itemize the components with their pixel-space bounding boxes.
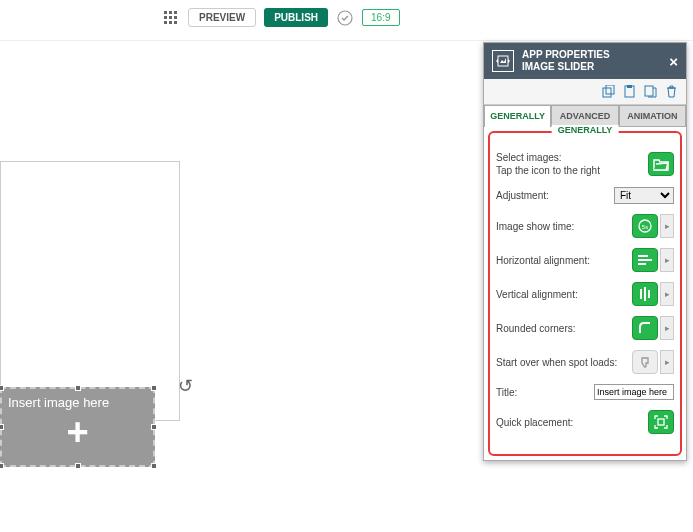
resize-handle-mr[interactable] <box>151 424 157 430</box>
rounded-corners-expand[interactable]: ▸ <box>660 316 674 340</box>
image-show-time-label: Image show time: <box>496 220 632 233</box>
tab-generally[interactable]: GENERALLY <box>484 105 551 127</box>
vertical-alignment-button[interactable] <box>632 282 658 306</box>
resize-handle-tl[interactable] <box>0 385 4 391</box>
close-icon[interactable]: × <box>669 53 678 70</box>
svg-rect-0 <box>164 11 167 14</box>
vertical-alignment-label: Vertical alignment: <box>496 288 632 301</box>
svg-rect-3 <box>164 16 167 19</box>
svg-rect-21 <box>640 289 642 299</box>
tab-advanced[interactable]: ADVANCED <box>551 105 618 127</box>
svg-rect-12 <box>606 85 614 94</box>
grid-icon[interactable] <box>162 9 180 27</box>
svg-rect-15 <box>645 86 653 96</box>
row-horizontal-alignment: Horizontal alignment: ▸ <box>496 248 674 272</box>
panel-title-line2: IMAGE SLIDER <box>522 61 669 73</box>
rounded-corners-button[interactable] <box>632 316 658 340</box>
section-label: GENERALLY <box>552 125 619 135</box>
resize-handle-bc[interactable] <box>75 463 81 469</box>
svg-rect-18 <box>638 255 648 257</box>
row-start-over: Start over when spot loads: ▸ <box>496 350 674 374</box>
svg-point-9 <box>338 11 352 25</box>
row-quick-placement: Quick placement: <box>496 410 674 434</box>
title-label: Title: <box>496 386 594 399</box>
horizontal-alignment-button[interactable] <box>632 248 658 272</box>
publish-button[interactable]: PUBLISH <box>264 8 328 27</box>
select-images-label: Select images: Tap the icon to the right <box>496 151 648 177</box>
resize-handle-tc[interactable] <box>75 385 81 391</box>
adjustment-select[interactable]: Fit <box>614 187 674 204</box>
properties-panel: APP PROPERTIES IMAGE SLIDER × GENERALLY … <box>483 42 687 461</box>
start-over-toggle[interactable] <box>632 350 658 374</box>
svg-rect-8 <box>174 21 177 24</box>
row-adjustment: Adjustment: Fit <box>496 187 674 204</box>
panel-title: APP PROPERTIES IMAGE SLIDER <box>522 49 669 73</box>
start-over-expand[interactable]: ▸ <box>660 350 674 374</box>
tab-animation[interactable]: ANIMATION <box>619 105 686 127</box>
rotate-handle-icon[interactable]: ↺ <box>178 375 193 397</box>
image-show-time-expand[interactable]: ▸ <box>660 214 674 238</box>
plus-icon: + <box>66 411 88 454</box>
title-input[interactable] <box>594 384 674 400</box>
duplicate-icon[interactable] <box>642 83 659 100</box>
image-show-time-button[interactable]: 5s <box>632 214 658 238</box>
horizontal-alignment-expand[interactable]: ▸ <box>660 248 674 272</box>
panel-title-line1: APP PROPERTIES <box>522 49 669 61</box>
svg-text:5s: 5s <box>642 224 648 230</box>
svg-rect-4 <box>169 16 172 19</box>
row-title: Title: <box>496 384 674 400</box>
check-circle-icon[interactable] <box>336 9 354 27</box>
svg-rect-14 <box>627 85 632 88</box>
svg-rect-23 <box>648 290 650 298</box>
canvas-region <box>0 161 180 421</box>
panel-body: GENERALLY Select images: Tap the icon to… <box>488 131 682 456</box>
placeholder-text: Insert image here <box>8 395 109 410</box>
image-slider-placeholder[interactable]: Insert image here + <box>0 387 155 467</box>
svg-rect-1 <box>169 11 172 14</box>
resize-handle-bl[interactable] <box>0 463 4 469</box>
svg-rect-20 <box>638 263 646 265</box>
copy-icon[interactable] <box>600 83 617 100</box>
svg-rect-11 <box>603 88 611 97</box>
panel-header[interactable]: APP PROPERTIES IMAGE SLIDER × <box>484 43 686 79</box>
svg-rect-19 <box>638 259 652 261</box>
row-rounded-corners: Rounded corners: ▸ <box>496 316 674 340</box>
row-image-show-time: Image show time: 5s ▸ <box>496 214 674 238</box>
resize-handle-br[interactable] <box>151 463 157 469</box>
svg-rect-7 <box>169 21 172 24</box>
svg-rect-24 <box>658 419 664 425</box>
rounded-corners-label: Rounded corners: <box>496 322 632 335</box>
resize-handle-ml[interactable] <box>0 424 4 430</box>
paste-icon[interactable] <box>621 83 638 100</box>
aspect-ratio-button[interactable]: 16:9 <box>362 9 399 26</box>
svg-rect-6 <box>164 21 167 24</box>
delete-icon[interactable] <box>663 83 680 100</box>
row-vertical-alignment: Vertical alignment: ▸ <box>496 282 674 306</box>
top-toolbar: PREVIEW PUBLISH 16:9 <box>0 0 693 35</box>
start-over-label: Start over when spot loads: <box>496 356 632 369</box>
preview-button[interactable]: PREVIEW <box>188 8 256 27</box>
svg-rect-2 <box>174 11 177 14</box>
panel-tabs: GENERALLY ADVANCED ANIMATION <box>484 105 686 127</box>
adjustment-label: Adjustment: <box>496 189 614 202</box>
svg-rect-5 <box>174 16 177 19</box>
svg-rect-22 <box>644 287 646 301</box>
panel-action-row <box>484 79 686 105</box>
resize-handle-tr[interactable] <box>151 385 157 391</box>
vertical-alignment-expand[interactable]: ▸ <box>660 282 674 306</box>
select-images-button[interactable] <box>648 152 674 176</box>
quick-placement-button[interactable] <box>648 410 674 434</box>
row-select-images: Select images: Tap the icon to the right <box>496 151 674 177</box>
horizontal-alignment-label: Horizontal alignment: <box>496 254 632 267</box>
image-slider-icon <box>492 50 514 72</box>
quick-placement-label: Quick placement: <box>496 416 648 429</box>
